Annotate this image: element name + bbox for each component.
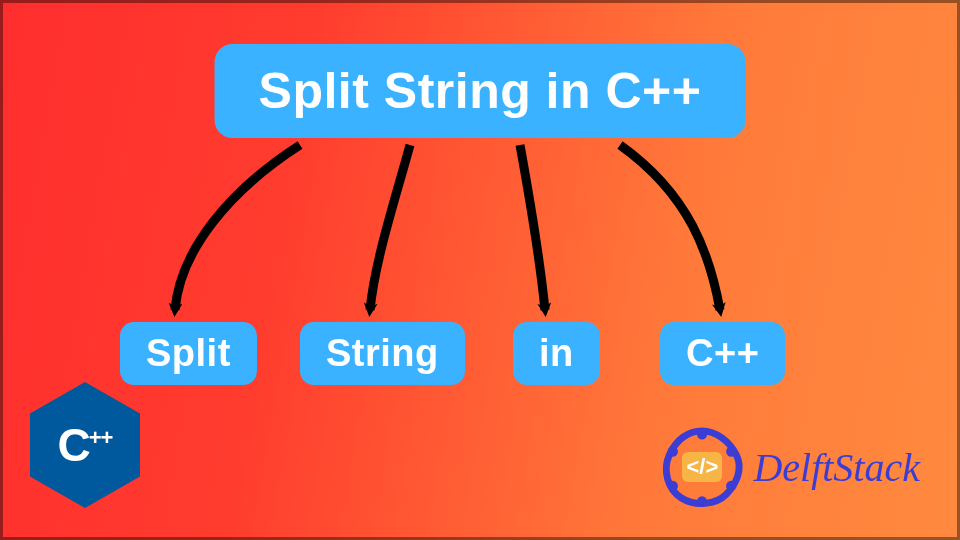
cpp-logo-text: C++	[58, 418, 113, 472]
svg-point-2	[726, 481, 736, 491]
token-box-string: String	[300, 322, 465, 385]
svg-point-4	[668, 481, 678, 491]
token-box-in: in	[513, 322, 600, 385]
token-label: C++	[686, 332, 759, 374]
delftstack-logo: </> DelftStack	[659, 424, 920, 510]
token-box-cpp: C++	[660, 322, 785, 385]
title-text: Split String in C++	[259, 63, 702, 119]
cpp-logo-hex: C++	[30, 382, 140, 508]
token-box-split: Split	[120, 322, 257, 385]
cpp-logo: C++	[30, 382, 150, 512]
token-label: Split	[146, 332, 231, 374]
token-label: in	[539, 332, 574, 374]
svg-point-0	[697, 429, 707, 439]
svg-point-1	[726, 446, 736, 456]
delftstack-icon: </>	[659, 424, 745, 510]
svg-point-3	[697, 496, 707, 506]
delftstack-code-icon: </>	[682, 452, 722, 482]
delftstack-label: DelftStack	[753, 444, 920, 491]
token-label: String	[326, 332, 439, 374]
svg-point-5	[668, 446, 678, 456]
title-box: Split String in C++	[215, 44, 746, 138]
